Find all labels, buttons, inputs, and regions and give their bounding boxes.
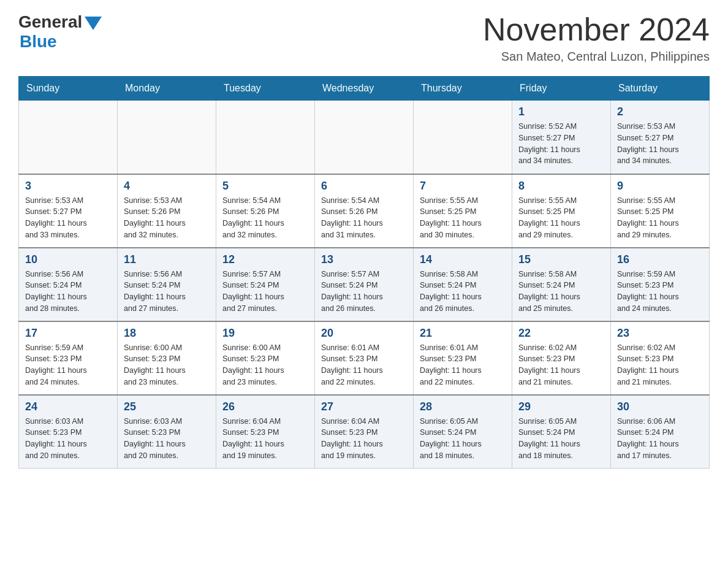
day-header-wednesday: Wednesday bbox=[315, 77, 414, 101]
calendar-cell: 23Sunrise: 6:02 AM Sunset: 5:23 PM Dayli… bbox=[611, 321, 710, 395]
calendar-cell: 22Sunrise: 6:02 AM Sunset: 5:23 PM Dayli… bbox=[512, 321, 611, 395]
calendar-cell: 30Sunrise: 6:06 AM Sunset: 5:24 PM Dayli… bbox=[611, 395, 710, 469]
logo-triangle-icon bbox=[85, 17, 102, 30]
day-header-thursday: Thursday bbox=[414, 77, 512, 101]
calendar-cell: 18Sunrise: 6:00 AM Sunset: 5:23 PM Dayli… bbox=[118, 321, 216, 395]
day-number: 7 bbox=[420, 180, 506, 193]
day-number: 22 bbox=[518, 327, 604, 340]
calendar-week-row: 10Sunrise: 5:56 AM Sunset: 5:24 PM Dayli… bbox=[19, 248, 710, 321]
day-number: 30 bbox=[617, 400, 703, 413]
calendar-cell: 26Sunrise: 6:04 AM Sunset: 5:23 PM Dayli… bbox=[216, 395, 315, 469]
day-info: Sunrise: 6:02 AM Sunset: 5:23 PM Dayligh… bbox=[518, 342, 604, 388]
calendar-cell bbox=[414, 101, 512, 174]
day-info: Sunrise: 5:56 AM Sunset: 5:24 PM Dayligh… bbox=[25, 269, 111, 315]
day-number: 27 bbox=[321, 400, 407, 413]
day-number: 17 bbox=[25, 327, 111, 340]
day-info: Sunrise: 6:01 AM Sunset: 5:23 PM Dayligh… bbox=[321, 342, 407, 388]
day-info: Sunrise: 5:55 AM Sunset: 5:25 PM Dayligh… bbox=[617, 195, 703, 241]
day-header-sunday: Sunday bbox=[19, 77, 118, 101]
calendar-cell: 21Sunrise: 6:01 AM Sunset: 5:23 PM Dayli… bbox=[414, 321, 512, 395]
day-number: 18 bbox=[124, 327, 210, 340]
calendar-week-row: 24Sunrise: 6:03 AM Sunset: 5:23 PM Dayli… bbox=[19, 395, 710, 469]
day-header-saturday: Saturday bbox=[611, 77, 710, 101]
day-number: 9 bbox=[617, 180, 703, 193]
calendar-week-row: 17Sunrise: 5:59 AM Sunset: 5:23 PM Dayli… bbox=[19, 321, 710, 395]
day-number: 23 bbox=[617, 327, 703, 340]
day-number: 4 bbox=[124, 180, 210, 193]
day-info: Sunrise: 5:55 AM Sunset: 5:25 PM Dayligh… bbox=[420, 195, 506, 241]
calendar-cell: 7Sunrise: 5:55 AM Sunset: 5:25 PM Daylig… bbox=[414, 174, 512, 248]
day-number: 24 bbox=[25, 400, 111, 413]
day-info: Sunrise: 5:58 AM Sunset: 5:24 PM Dayligh… bbox=[420, 269, 506, 315]
day-number: 12 bbox=[222, 253, 308, 266]
day-number: 16 bbox=[617, 253, 703, 266]
calendar-cell: 4Sunrise: 5:53 AM Sunset: 5:26 PM Daylig… bbox=[118, 174, 216, 248]
calendar-cell: 15Sunrise: 5:58 AM Sunset: 5:24 PM Dayli… bbox=[512, 248, 611, 321]
day-info: Sunrise: 5:59 AM Sunset: 5:23 PM Dayligh… bbox=[617, 269, 703, 315]
day-header-tuesday: Tuesday bbox=[216, 77, 315, 101]
calendar-cell: 13Sunrise: 5:57 AM Sunset: 5:24 PM Dayli… bbox=[315, 248, 414, 321]
day-info: Sunrise: 6:05 AM Sunset: 5:24 PM Dayligh… bbox=[420, 416, 506, 462]
logo: General Blue bbox=[18, 12, 102, 52]
day-number: 3 bbox=[25, 180, 111, 193]
calendar-cell: 9Sunrise: 5:55 AM Sunset: 5:25 PM Daylig… bbox=[611, 174, 710, 248]
calendar-cell: 16Sunrise: 5:59 AM Sunset: 5:23 PM Dayli… bbox=[611, 248, 710, 321]
day-number: 25 bbox=[124, 400, 210, 413]
day-number: 15 bbox=[518, 253, 604, 266]
day-number: 8 bbox=[518, 180, 604, 193]
day-number: 19 bbox=[222, 327, 308, 340]
calendar-cell: 17Sunrise: 5:59 AM Sunset: 5:23 PM Dayli… bbox=[19, 321, 118, 395]
day-number: 14 bbox=[420, 253, 506, 266]
day-info: Sunrise: 5:54 AM Sunset: 5:26 PM Dayligh… bbox=[321, 195, 407, 241]
calendar-cell: 1Sunrise: 5:52 AM Sunset: 5:27 PM Daylig… bbox=[512, 101, 611, 174]
calendar-cell: 28Sunrise: 6:05 AM Sunset: 5:24 PM Dayli… bbox=[414, 395, 512, 469]
day-info: Sunrise: 5:53 AM Sunset: 5:27 PM Dayligh… bbox=[617, 121, 703, 167]
calendar-cell: 20Sunrise: 6:01 AM Sunset: 5:23 PM Dayli… bbox=[315, 321, 414, 395]
day-info: Sunrise: 5:55 AM Sunset: 5:25 PM Dayligh… bbox=[518, 195, 604, 241]
calendar-cell: 5Sunrise: 5:54 AM Sunset: 5:26 PM Daylig… bbox=[216, 174, 315, 248]
day-info: Sunrise: 5:54 AM Sunset: 5:26 PM Dayligh… bbox=[222, 195, 308, 241]
day-info: Sunrise: 5:57 AM Sunset: 5:24 PM Dayligh… bbox=[222, 269, 308, 315]
day-number: 11 bbox=[124, 253, 210, 266]
title-block: November 2024 San Mateo, Central Luzon, … bbox=[483, 12, 710, 64]
day-info: Sunrise: 5:52 AM Sunset: 5:27 PM Dayligh… bbox=[518, 121, 604, 167]
day-number: 20 bbox=[321, 327, 407, 340]
day-number: 28 bbox=[420, 400, 506, 413]
day-info: Sunrise: 5:53 AM Sunset: 5:26 PM Dayligh… bbox=[124, 195, 210, 241]
day-info: Sunrise: 5:53 AM Sunset: 5:27 PM Dayligh… bbox=[25, 195, 111, 241]
calendar-cell bbox=[19, 101, 118, 174]
day-info: Sunrise: 6:04 AM Sunset: 5:23 PM Dayligh… bbox=[321, 416, 407, 462]
day-header-monday: Monday bbox=[118, 77, 216, 101]
day-number: 29 bbox=[518, 400, 604, 413]
day-info: Sunrise: 6:03 AM Sunset: 5:23 PM Dayligh… bbox=[124, 416, 210, 462]
calendar-cell: 10Sunrise: 5:56 AM Sunset: 5:24 PM Dayli… bbox=[19, 248, 118, 321]
logo-general-text: General bbox=[18, 12, 82, 32]
calendar-cell: 19Sunrise: 6:00 AM Sunset: 5:23 PM Dayli… bbox=[216, 321, 315, 395]
day-number: 1 bbox=[518, 105, 604, 118]
day-number: 21 bbox=[420, 327, 506, 340]
day-number: 10 bbox=[25, 253, 111, 266]
day-info: Sunrise: 6:06 AM Sunset: 5:24 PM Dayligh… bbox=[617, 416, 703, 462]
day-info: Sunrise: 6:02 AM Sunset: 5:23 PM Dayligh… bbox=[617, 342, 703, 388]
calendar-cell: 2Sunrise: 5:53 AM Sunset: 5:27 PM Daylig… bbox=[611, 101, 710, 174]
day-number: 26 bbox=[222, 400, 308, 413]
calendar-table: SundayMondayTuesdayWednesdayThursdayFrid… bbox=[18, 76, 710, 469]
calendar-cell: 8Sunrise: 5:55 AM Sunset: 5:25 PM Daylig… bbox=[512, 174, 611, 248]
calendar-cell: 24Sunrise: 6:03 AM Sunset: 5:23 PM Dayli… bbox=[19, 395, 118, 469]
day-info: Sunrise: 5:59 AM Sunset: 5:23 PM Dayligh… bbox=[25, 342, 111, 388]
calendar-cell: 6Sunrise: 5:54 AM Sunset: 5:26 PM Daylig… bbox=[315, 174, 414, 248]
day-info: Sunrise: 6:05 AM Sunset: 5:24 PM Dayligh… bbox=[518, 416, 604, 462]
day-info: Sunrise: 6:00 AM Sunset: 5:23 PM Dayligh… bbox=[124, 342, 210, 388]
location-title: San Mateo, Central Luzon, Philippines bbox=[483, 50, 710, 64]
day-number: 2 bbox=[617, 105, 703, 118]
logo-blue-text: Blue bbox=[20, 32, 57, 52]
calendar-cell: 25Sunrise: 6:03 AM Sunset: 5:23 PM Dayli… bbox=[118, 395, 216, 469]
day-info: Sunrise: 6:00 AM Sunset: 5:23 PM Dayligh… bbox=[222, 342, 308, 388]
day-number: 5 bbox=[222, 180, 308, 193]
day-info: Sunrise: 6:04 AM Sunset: 5:23 PM Dayligh… bbox=[222, 416, 308, 462]
day-info: Sunrise: 6:01 AM Sunset: 5:23 PM Dayligh… bbox=[420, 342, 506, 388]
calendar-cell: 12Sunrise: 5:57 AM Sunset: 5:24 PM Dayli… bbox=[216, 248, 315, 321]
day-number: 13 bbox=[321, 253, 407, 266]
day-info: Sunrise: 5:57 AM Sunset: 5:24 PM Dayligh… bbox=[321, 269, 407, 315]
calendar-header-row: SundayMondayTuesdayWednesdayThursdayFrid… bbox=[19, 77, 710, 101]
